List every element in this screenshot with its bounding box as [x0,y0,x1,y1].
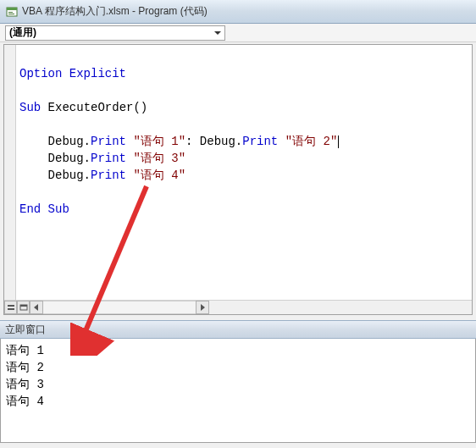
vba-module-icon [5,5,19,19]
code-kw: Sub [19,101,41,114]
output-line: 语句 1 [6,344,44,357]
code-kw: Option Explicit [19,67,126,80]
code-str: "语句 3" [126,152,185,165]
code-kw: Print [91,169,126,182]
svg-rect-5 [8,308,14,310]
text-cursor [338,136,339,148]
scroll-left-button[interactable] [30,301,43,314]
svg-rect-7 [20,305,27,307]
dropdown-value: (通用) [9,25,36,40]
code-kw: Print [91,135,126,148]
output-line: 语句 3 [6,378,44,391]
immediate-window-header[interactable]: 立即窗口 [0,320,476,339]
svg-rect-3 [8,14,14,14]
svg-rect-2 [8,12,13,13]
code-text: Debug. [19,152,91,165]
scroll-right-button[interactable] [196,301,209,314]
code-kw: End Sub [19,202,69,216]
code-str: "语句 4" [126,169,185,182]
horizontal-scrollbar[interactable] [4,300,472,314]
code-str: "语句 2" [278,135,337,148]
svg-rect-1 [7,8,17,10]
code-text: Debug. [19,135,91,148]
immediate-window-title: 立即窗口 [5,323,46,337]
code-content: Option Explicit Sub ExecuteOrder() Debug… [19,48,468,235]
dropdown-bar: (通用) [0,24,476,42]
code-margin [4,45,16,314]
scroll-track[interactable] [43,301,196,314]
object-dropdown[interactable]: (通用) [5,25,225,41]
code-text: ExecuteOrder() [41,101,147,114]
view-full-button[interactable] [17,301,30,314]
code-str: "语句 1" [126,135,185,148]
titlebar-text: VBA 程序结构入门.xlsm - Program (代码) [22,4,208,19]
immediate-window[interactable]: 语句 1 语句 2 语句 3 语句 4 [0,339,476,443]
svg-marker-8 [34,304,38,311]
code-editor[interactable]: Option Explicit Sub ExecuteOrder() Debug… [3,44,473,315]
view-procedure-button[interactable] [4,301,17,314]
code-kw: Print [242,135,278,148]
svg-rect-4 [8,305,14,307]
svg-marker-9 [201,304,205,311]
code-text: Debug. [19,169,91,182]
output-line: 语句 4 [6,395,44,408]
titlebar: VBA 程序结构入门.xlsm - Program (代码) [0,0,476,24]
code-kw: Print [91,152,126,165]
output-line: 语句 2 [6,361,44,374]
code-text: : Debug. [185,135,242,148]
